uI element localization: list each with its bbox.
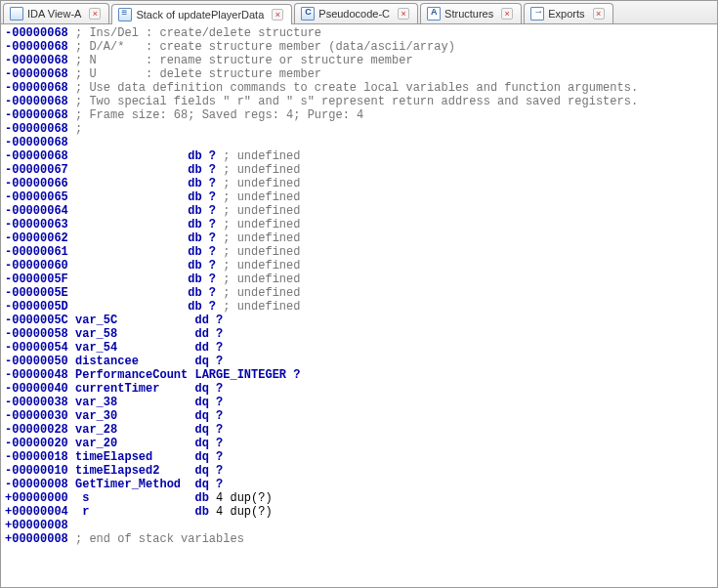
listing-line[interactable]: -00000068 ; Ins/Del : create/delete stru…: [5, 26, 713, 40]
addr: -00000064: [5, 204, 68, 218]
listing-line[interactable]: -00000064 db ? ; undefined: [5, 204, 713, 218]
val: ?: [216, 478, 223, 491]
val: ?: [216, 341, 223, 355]
listing-line[interactable]: -00000067 db ? ; undefined: [5, 163, 713, 177]
listing-line[interactable]: -00000068 ; Use data definition commands…: [5, 81, 713, 95]
doc-icon: [10, 7, 23, 21]
listing-line[interactable]: -00000068 ; Two special fields " r" and …: [5, 95, 713, 108]
listing-line[interactable]: -00000068 db ? ; undefined: [5, 149, 713, 163]
close-icon[interactable]: ×: [272, 9, 283, 21]
listing-line[interactable]: -00000068 ; N : rename structure or stru…: [5, 54, 713, 67]
addr: -00000020: [5, 437, 68, 450]
var-name[interactable]: timeElapsed: [75, 450, 188, 464]
val: ?: [216, 464, 223, 478]
listing-line[interactable]: -00000068 ;: [5, 122, 713, 136]
comment-text: ; Use data definition commands to create…: [75, 81, 638, 95]
addr: -00000018: [5, 450, 68, 464]
listing-line[interactable]: -00000066 db ? ; undefined: [5, 177, 713, 190]
val: ?: [216, 450, 223, 464]
val: 4 dup(?): [216, 491, 273, 505]
listing-line[interactable]: -0000005D db ? ; undefined: [5, 300, 713, 314]
comment-text: ; end of stack variables: [75, 532, 244, 546]
q: ?: [209, 245, 216, 259]
close-icon[interactable]: ×: [89, 8, 101, 20]
tab-label: IDA View-A: [27, 8, 81, 20]
addr: -00000028: [5, 423, 68, 437]
db-kw: db: [188, 273, 201, 286]
var-name[interactable]: r: [75, 505, 188, 519]
listing-line[interactable]: -00000058 var_58 dd ?: [5, 327, 713, 341]
db-kw: db: [188, 300, 201, 314]
listing-line[interactable]: -00000063 db ? ; undefined: [5, 218, 713, 231]
var-name[interactable]: GetTimer_Method: [75, 478, 188, 491]
comment: ; undefined: [223, 231, 300, 245]
listing-line[interactable]: -00000068 ; D/A/* : create structure mem…: [5, 40, 713, 54]
var-name[interactable]: var_30: [75, 409, 188, 423]
tab-stack-of-updateplayerdata[interactable]: Stack of updatePlayerData×: [111, 4, 292, 24]
type-kw: dq: [194, 355, 208, 368]
listing-line[interactable]: -00000054 var_54 dd ?: [5, 341, 713, 355]
close-icon[interactable]: ×: [398, 8, 409, 20]
q: ?: [209, 286, 216, 300]
listing-line[interactable]: -0000005C var_5C dd ?: [5, 314, 713, 327]
type-kw: dq: [194, 450, 208, 464]
comment: ; undefined: [223, 245, 300, 259]
tab-label: Stack of updatePlayerData: [136, 9, 264, 21]
var-name[interactable]: var_28: [75, 423, 188, 437]
addr: -00000068: [5, 81, 68, 95]
listing-line[interactable]: +00000008 ; end of stack variables: [5, 532, 713, 546]
var-name[interactable]: distancee: [75, 355, 188, 368]
listing-line[interactable]: -0000005F db ? ; undefined: [5, 273, 713, 286]
tab-ida-view-a[interactable]: IDA View-A×: [3, 3, 109, 23]
type-kw: dq: [194, 382, 208, 396]
db-kw: db: [188, 218, 201, 231]
var-name[interactable]: var_5C: [75, 314, 188, 327]
comment: ; undefined: [223, 190, 300, 204]
listing-line[interactable]: -00000068 ; U : delete structure member: [5, 67, 713, 81]
type-kw: dd: [194, 327, 208, 341]
listing-line[interactable]: -00000038 var_38 dq ?: [5, 396, 713, 409]
listing-line[interactable]: -00000040 currentTimer dq ?: [5, 382, 713, 396]
listing-line[interactable]: -00000068: [5, 136, 713, 149]
listing-line[interactable]: -00000065 db ? ; undefined: [5, 190, 713, 204]
var-name[interactable]: timeElapsed2: [75, 464, 188, 478]
listing-line[interactable]: -00000048 PerformanceCount LARGE_INTEGER…: [5, 368, 713, 382]
db-kw: db: [188, 259, 201, 273]
var-name[interactable]: currentTimer: [75, 382, 188, 396]
var-name[interactable]: PerformanceCount: [75, 368, 188, 382]
addr: -00000068: [5, 40, 68, 54]
addr: -00000061: [5, 245, 68, 259]
tab-pseudocode-c[interactable]: Pseudocode-C×: [294, 3, 418, 23]
listing-line[interactable]: -00000060 db ? ; undefined: [5, 259, 713, 273]
var-name[interactable]: s: [75, 491, 188, 505]
close-icon[interactable]: ×: [501, 8, 513, 20]
listing-line[interactable]: -00000050 distancee dq ?: [5, 355, 713, 368]
listing-line[interactable]: -00000030 var_30 dq ?: [5, 409, 713, 423]
listing-line[interactable]: -00000010 timeElapsed2 dq ?: [5, 464, 713, 478]
var-name[interactable]: var_38: [75, 396, 188, 409]
listing-line[interactable]: -00000062 db ? ; undefined: [5, 231, 713, 245]
addr: +00000008: [5, 519, 68, 532]
listing-line[interactable]: +00000004 r db 4 dup(?): [5, 505, 713, 519]
close-icon[interactable]: ×: [593, 8, 605, 20]
listing-line[interactable]: -00000018 timeElapsed dq ?: [5, 450, 713, 464]
var-name[interactable]: var_58: [75, 327, 188, 341]
disassembly-listing[interactable]: -00000068 ; Ins/Del : create/delete stru…: [1, 24, 717, 588]
listing-line[interactable]: -00000061 db ? ; undefined: [5, 245, 713, 259]
listing-line[interactable]: +00000000 s db 4 dup(?): [5, 491, 713, 505]
listing-line[interactable]: -0000005E db ? ; undefined: [5, 286, 713, 300]
var-name[interactable]: var_54: [75, 341, 188, 355]
tab-structures[interactable]: Structures×: [420, 3, 522, 23]
val: 4 dup(?): [216, 505, 273, 519]
listing-line[interactable]: -00000020 var_20 dq ?: [5, 437, 713, 450]
tab-exports[interactable]: Exports×: [524, 3, 612, 23]
listing-line[interactable]: +00000008: [5, 519, 713, 532]
var-name[interactable]: var_20: [75, 437, 188, 450]
val: ?: [216, 327, 223, 341]
listing-line[interactable]: -00000068 ; Frame size: 68; Saved regs: …: [5, 108, 713, 122]
addr: -0000005F: [5, 273, 68, 286]
comment-text: ; Ins/Del : create/delete structure: [75, 26, 321, 40]
listing-line[interactable]: -00000028 var_28 dq ?: [5, 423, 713, 437]
listing-line[interactable]: -00000008 GetTimer_Method dq ?: [5, 478, 713, 491]
addr: -00000008: [5, 478, 68, 491]
